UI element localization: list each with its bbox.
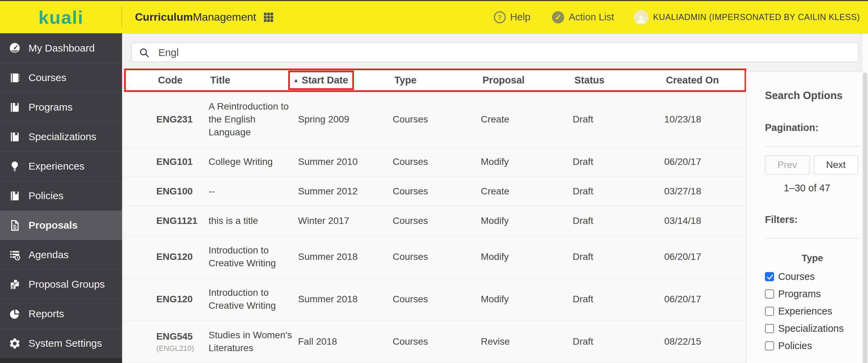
search-bar (132, 43, 859, 62)
pie-chart-icon (8, 307, 21, 320)
help-button[interactable]: ? Help (494, 11, 531, 23)
type-filter-checkbox[interactable]: Programs (765, 288, 862, 300)
cell-start-date: Summer 2018 (298, 250, 393, 263)
cell-proposal: Modify (481, 155, 573, 168)
sidebar-item[interactable]: System Settings (0, 328, 122, 358)
table-body: ENG231 A Reintroduction to the English L… (124, 92, 746, 363)
cell-start-date: Summer 2012 (298, 185, 393, 198)
checkbox-label: Programs (778, 288, 821, 300)
sidebar-item-label: Policies (28, 190, 63, 202)
cell-created-on: 03/27/18 (664, 185, 746, 198)
header-divider (121, 6, 122, 28)
help-label: Help (510, 12, 531, 23)
sidebar-item[interactable]: Policies (0, 181, 122, 210)
top-bar-right: ? Help ✓ Action List KUALIADMIN (IMPERSO… (494, 10, 860, 25)
sidebar-item-label: Reports (28, 308, 64, 320)
filters-label: Filters: (765, 214, 862, 225)
policies-book-icon (8, 189, 21, 202)
user-menu[interactable]: KUALIADMIN (IMPERSONATED BY CAILIN KLESS… (634, 10, 860, 25)
sidebar-item-label: System Settings (28, 338, 102, 349)
cell-proposal: Create (481, 113, 573, 126)
action-list-label: Action List (569, 12, 614, 23)
cell-created-on: 10/23/18 (664, 113, 746, 126)
cell-type: Courses (393, 293, 481, 306)
cell-code: ENG231 (156, 113, 209, 126)
table-header annotation-header-box: Code Title ▲ Start Date Type Proposal St… (124, 69, 746, 92)
cell-title: Introduction to Creative Writing (209, 286, 297, 312)
course-code: ENG231 (156, 113, 209, 126)
column-header-type[interactable]: Type (394, 75, 482, 86)
logo-area: kuali (0, 1, 122, 33)
search-input[interactable] (158, 46, 852, 59)
apps-grid-icon[interactable] (263, 12, 274, 23)
cell-type: Courses (393, 185, 481, 198)
prev-button[interactable]: Prev (765, 155, 810, 174)
cell-title: Introduction to Creative Writing (209, 244, 297, 270)
table-row[interactable]: ENG545 (ENGL210) Studies in Women's Lite… (124, 320, 746, 363)
cell-start-date: Fall 2018 (298, 335, 393, 348)
scrollbar-thumb[interactable] (863, 73, 867, 363)
sidebar-item[interactable]: Proposals (0, 210, 122, 240)
column-header-code[interactable]: Code (158, 75, 210, 86)
sidebar-item[interactable]: Experiences (0, 151, 122, 181)
table-row[interactable]: ENG120 Introduction to Creative Writing … (124, 235, 746, 278)
type-filter-checkbox[interactable]: Specializations (765, 323, 862, 334)
sidebar-item[interactable]: Programs (0, 92, 122, 122)
dashboard-icon (8, 42, 21, 55)
cell-title: this is a title (209, 214, 297, 227)
cell-proposal: Create (481, 185, 573, 198)
app-title: CurriculumManagement (135, 11, 274, 23)
vertical-scrollbar[interactable] (862, 33, 868, 363)
course-code: ENG545 (156, 330, 209, 343)
course-code: ENG120 (156, 293, 209, 306)
main-area: Code Title ▲ Start Date Type Proposal St… (122, 33, 868, 363)
checkbox-label: Specializations (778, 323, 844, 334)
app-title-bold: Curriculum (135, 11, 193, 23)
sidebar-item[interactable]: My Dashboard (0, 33, 122, 63)
table-row[interactable]: ENG231 A Reintroduction to the English L… (124, 92, 746, 147)
type-filter-list: Courses Programs Experiences Specializat… (765, 271, 862, 351)
sidebar-item-label: Specializations (28, 131, 96, 142)
table-row[interactable]: ENG100 -- Summer 2012 Courses Create Dra… (124, 176, 746, 206)
table-row[interactable]: ENG120 Introduction to Creative Writing … (124, 278, 746, 320)
checkbox-icon (765, 272, 774, 281)
type-filter-checkbox[interactable]: Experiences (765, 306, 862, 317)
specializations-book-icon (8, 130, 21, 143)
sidebar-item-label: My Dashboard (28, 42, 95, 54)
top-bar: kuali CurriculumManagement ? Help ✓ Acti… (0, 0, 868, 33)
check-circle-icon: ✓ (552, 11, 564, 23)
course-subcode: (ENGL210) (156, 344, 209, 353)
cell-status: Draft (573, 155, 664, 168)
sidebar-item[interactable]: Courses (0, 63, 122, 92)
cell-code: ENG120 (156, 293, 209, 306)
column-header-start-date[interactable]: ▲ Start Date (300, 71, 394, 90)
cell-start-date: Summer 2010 (298, 155, 393, 168)
cell-created-on: 03/14/18 (664, 214, 746, 227)
column-header-status[interactable]: Status (574, 75, 666, 86)
type-filter-checkbox[interactable]: Policies (765, 340, 862, 351)
next-button[interactable]: Next (814, 155, 859, 174)
search-options-panel: Search Options Pagination: Prev Next 1–3… (746, 71, 862, 363)
search-options-title: Search Options (765, 90, 862, 102)
column-header-proposal[interactable]: Proposal (482, 75, 574, 86)
checkbox-label: Experiences (778, 306, 832, 317)
lightbulb-icon (8, 160, 21, 173)
table-row[interactable]: ENG101 College Writing Summer 2010 Cours… (124, 147, 746, 176)
checkbox-icon (765, 307, 774, 316)
sidebar-item[interactable]: Specializations (0, 122, 122, 151)
sidebar-item[interactable]: Reports (0, 299, 122, 328)
pagination-controls: Prev Next (765, 155, 862, 174)
action-list-button[interactable]: ✓ Action List (552, 11, 614, 23)
column-header-created-on[interactable]: Created On (666, 75, 745, 86)
sidebar: My Dashboard Courses Programs Specializa… (0, 33, 122, 363)
type-filter-checkbox[interactable]: Courses (765, 271, 862, 282)
course-code: ENG101 (156, 155, 209, 168)
proposal-document-icon (8, 219, 21, 232)
sidebar-item[interactable]: Proposal Groups (0, 269, 122, 299)
divider (765, 238, 860, 238)
column-header-title[interactable]: Title (210, 75, 300, 86)
start-date-label: Start Date (302, 75, 348, 86)
pagination-range: 1–30 of 47 (765, 183, 849, 194)
table-row[interactable]: ENG1121 this is a title Winter 2017 Cour… (124, 206, 746, 235)
sidebar-item[interactable]: Agendas (0, 240, 122, 269)
